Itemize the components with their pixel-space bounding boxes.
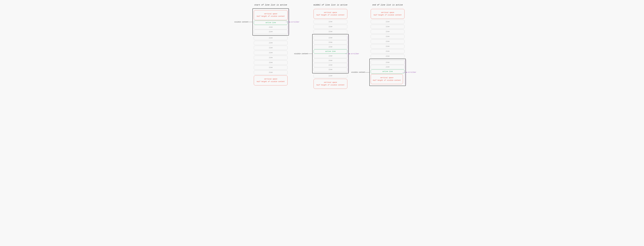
col2-top-line-2: line	[314, 25, 347, 29]
col3-top-line-3: line	[371, 29, 404, 34]
col3-space-inner-text: vertical spacehalf height of visible con…	[373, 77, 401, 82]
col2-top-line-1: line	[314, 20, 347, 24]
col3-scrollbar: scrollbar	[405, 60, 406, 85]
column-2: middel of line list is active vertical s…	[296, 4, 356, 89]
col3-vcwrap: visible content scrollbar line line ac	[370, 59, 406, 86]
col1-space-bottom-text: vertical spacehalf height of visible con…	[257, 78, 285, 83]
col2-box-line-7: line	[314, 68, 347, 72]
col3-space-top-text: vertical spacehalf height of visible con…	[374, 11, 402, 16]
col1-active-line: active line	[254, 21, 288, 25]
col1-out-line-4: line	[254, 51, 288, 55]
col2-box-line-5: line	[314, 58, 347, 63]
col2-box-line-1: line	[314, 36, 347, 40]
col1-out-line-8: line	[254, 70, 288, 75]
col3-top-line-7: line	[371, 49, 404, 53]
col2-box-line-6: line	[314, 63, 347, 67]
col2-sb-line	[346, 54, 349, 54]
col2-box-line-4: line	[314, 54, 347, 58]
col2-active-line: active line	[314, 49, 347, 54]
col1-out-line-5: line	[254, 56, 288, 60]
col2-top-line-3: line	[314, 29, 347, 34]
col2-box-line-2: line	[314, 40, 347, 44]
col1-out-line-3: line	[254, 46, 288, 50]
col3-space-top: vertical spacehalf height of visible con…	[371, 9, 404, 19]
col3-box-line-2: line	[371, 65, 404, 69]
col3-box-line-1: line	[371, 60, 404, 65]
col3-sb-arrowhead	[406, 72, 407, 73]
main-container: start of line list is active visible con…	[231, 2, 413, 89]
col1-space-bottom: vertical spacehalf height of visible con…	[254, 75, 288, 85]
col1-out-line-7: line	[254, 65, 288, 70]
col3-active-line: active line	[371, 69, 404, 74]
col2-space-bottom-text: vertical spacehalf height of visible con…	[316, 81, 344, 86]
column-1: start of line list is active visible con…	[231, 4, 296, 89]
col3-wrapper: vertical spacehalf height of visible con…	[370, 8, 406, 86]
col1-vcbox: scrollbar vertical spacehalf height of v…	[252, 8, 289, 35]
col1-sb-arrowhead	[290, 21, 290, 22]
col3-sb-label: scrollbar	[402, 71, 416, 73]
col2-sb-arrowhead	[349, 53, 350, 54]
col1-space-top: vertical spacehalf height of visible con…	[254, 10, 288, 20]
col2-bot-line-1: line	[314, 74, 347, 78]
col1-scrollbar: scrollbar	[288, 10, 289, 34]
col3-vcbox: scrollbar line line active line vertical…	[370, 59, 406, 86]
col1-wrapper: visible content scrollbar	[252, 8, 289, 86]
col2-scrollbar: scrollbar	[348, 35, 349, 72]
col2-vcbox: scrollbar line line line active line lin…	[312, 34, 349, 73]
col3-top-line-6: line	[371, 44, 404, 48]
col3-space-inner: vertical spacehalf height of visible con…	[371, 74, 403, 84]
col1-line-1: line	[254, 25, 288, 29]
col3-top-line-5: line	[371, 39, 404, 44]
col2-box-line-3: line	[314, 45, 347, 49]
col1-line-2: line	[254, 30, 288, 34]
col1-out-line-2: line	[254, 41, 288, 45]
col2-wrapper: vertical spacehalf height of visible con…	[312, 8, 349, 89]
col1-space-top-text: vertical spacehalf height of visible con…	[257, 13, 285, 18]
col3-top-line-8: line	[371, 54, 404, 58]
column-3: end of line list is active vertical spac…	[356, 4, 413, 89]
col2-vcwrap: visible content scrollbar line line li	[312, 34, 349, 73]
col2-title: middel of line list is active	[314, 4, 347, 6]
col3-top-line-4: line	[371, 34, 404, 39]
col2-space-top-text: vertical spacehalf height of visible con…	[316, 11, 344, 16]
col1-title: start of line list is active	[254, 4, 287, 6]
col2-space-top: vertical spacehalf height of visible con…	[314, 9, 347, 19]
col3-title: end of line list is active	[372, 4, 403, 6]
col3-top-line-2: line	[371, 25, 404, 29]
col1-visible-content-wrap: visible content scrollbar	[252, 8, 289, 35]
col2-space-bottom: vertical spacehalf height of visible con…	[314, 79, 347, 89]
col1-out-line-6: line	[254, 61, 288, 65]
col3-top-line-1: line	[371, 20, 404, 24]
col1-out-line-1: line	[254, 36, 288, 40]
